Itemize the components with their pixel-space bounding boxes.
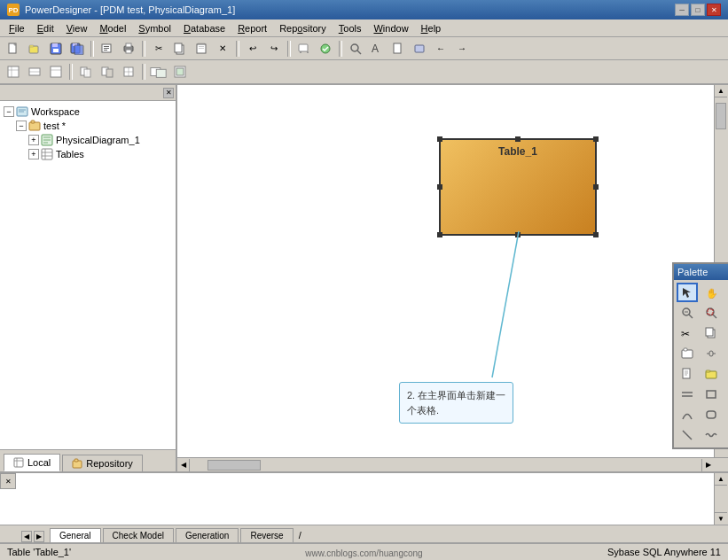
palette-doc[interactable] xyxy=(677,364,698,384)
handle-mr[interactable] xyxy=(593,184,599,190)
handle-ml[interactable] xyxy=(437,184,442,190)
palette-folder[interactable] xyxy=(701,364,722,384)
toolbar2-btn8[interactable] xyxy=(170,63,190,81)
test-expander[interactable]: − xyxy=(16,121,27,131)
panel-close-button[interactable]: ✕ xyxy=(163,88,174,98)
menu-window[interactable]: Window xyxy=(368,21,413,35)
canvas-area[interactable]: ▲ ▼ ◀ ▶ Table_1 xyxy=(177,85,728,471)
v-scroll-thumb[interactable] xyxy=(716,103,726,129)
bottom-scroll-down[interactable]: ▼ xyxy=(715,512,727,525)
toolbar-b4[interactable]: → xyxy=(452,40,472,58)
window-controls[interactable]: ─ □ ✕ xyxy=(675,4,721,16)
menu-file[interactable]: File xyxy=(4,21,30,35)
toolbar-b1[interactable] xyxy=(388,40,408,58)
toolbar2-btn4[interactable] xyxy=(76,63,96,81)
palette-zoom-region[interactable] xyxy=(701,303,722,323)
scroll-up-btn[interactable]: ▲ xyxy=(715,85,727,97)
toolbar2-btn1[interactable] xyxy=(4,63,23,81)
tree-tables[interactable]: + Tables xyxy=(28,147,172,161)
toolbar2-btn2[interactable] xyxy=(25,63,44,81)
toolbar-redo[interactable]: ↪ xyxy=(264,40,284,58)
toolbar-open[interactable] xyxy=(25,40,44,58)
toolbar-cut[interactable]: ✂ xyxy=(149,40,168,58)
handle-bm[interactable] xyxy=(515,232,521,237)
palette-diag-line[interactable] xyxy=(724,385,728,404)
palette-zoom-out[interactable] xyxy=(677,303,698,323)
menu-repository[interactable]: Repository xyxy=(274,21,332,35)
palette-settings2[interactable] xyxy=(724,344,728,363)
menu-help[interactable]: Help xyxy=(416,21,447,35)
tab-repository[interactable]: Repository xyxy=(62,455,143,471)
toolbar-b3[interactable]: ← xyxy=(431,40,450,58)
menu-report[interactable]: Report xyxy=(232,21,272,35)
menu-database[interactable]: Database xyxy=(178,21,231,35)
close-button[interactable]: ✕ xyxy=(707,4,721,16)
pd-expander[interactable]: + xyxy=(28,135,39,145)
menu-view[interactable]: View xyxy=(61,21,93,35)
tree-physdiagram[interactable]: + PhysicalDiagram_1 xyxy=(28,133,172,147)
palette-rounded-rect[interactable] xyxy=(701,405,722,424)
toolbar-b2[interactable] xyxy=(410,40,429,58)
tab-prev[interactable]: ◀ xyxy=(21,531,32,542)
palette-star[interactable] xyxy=(724,425,728,445)
tab-reverse[interactable]: Reverse xyxy=(240,528,293,542)
table-shape[interactable]: Table_1 xyxy=(439,138,597,236)
toolbar-check[interactable] xyxy=(316,40,335,58)
palette-arrow-diag[interactable] xyxy=(724,364,728,384)
output-area[interactable] xyxy=(18,473,728,525)
palette-line[interactable] xyxy=(677,425,698,445)
toolbar-refresh[interactable] xyxy=(294,40,314,58)
toolbar-save[interactable] xyxy=(46,40,66,58)
palette-rect[interactable] xyxy=(701,385,722,404)
h-scroll-thumb[interactable] xyxy=(207,460,261,471)
palette-pointer[interactable] xyxy=(677,283,698,302)
palette-wave[interactable] xyxy=(701,425,722,445)
bottom-scroll-up[interactable]: ▲ xyxy=(715,473,727,486)
toolbar-new[interactable] xyxy=(4,40,23,58)
handle-tr[interactable] xyxy=(593,136,599,142)
toolbar-delete[interactable]: ✕ xyxy=(213,40,232,58)
toolbar-undo[interactable]: ↩ xyxy=(243,40,262,58)
palette-arc[interactable] xyxy=(677,405,698,424)
toolbar-paste[interactable] xyxy=(192,40,211,58)
scroll-right-btn[interactable]: ▶ xyxy=(701,459,714,471)
palette-link[interactable] xyxy=(701,344,722,363)
menu-symbol[interactable]: Symbol xyxy=(133,21,176,35)
palette-gear[interactable] xyxy=(724,323,728,343)
minimize-button[interactable]: ─ xyxy=(675,4,689,16)
palette-cut[interactable]: ✂ xyxy=(677,323,698,343)
canvas-h-scrollbar[interactable]: ◀ ▶ xyxy=(177,457,728,471)
palette-hand[interactable]: ✋ xyxy=(701,283,722,302)
toolbar-print-preview[interactable] xyxy=(98,40,117,58)
menu-edit[interactable]: Edit xyxy=(32,21,59,35)
tree-workspace[interactable]: − Workspace xyxy=(4,105,172,119)
palette-copy2[interactable] xyxy=(701,323,722,343)
restore-button[interactable]: □ xyxy=(691,4,705,16)
scroll-left-btn[interactable]: ◀ xyxy=(177,459,190,471)
tables-expander[interactable]: + xyxy=(28,149,39,159)
menu-tools[interactable]: Tools xyxy=(333,21,367,35)
toolbar2-btn6[interactable] xyxy=(119,63,138,81)
workspace-expander[interactable]: − xyxy=(4,106,14,117)
palette-ellipse[interactable] xyxy=(724,405,728,424)
tab-more[interactable]: / xyxy=(295,528,305,542)
tab-general[interactable]: General xyxy=(50,528,101,542)
toolbar-impact[interactable]: A xyxy=(367,40,387,58)
menu-model[interactable]: Model xyxy=(94,21,131,35)
toolbar-copy[interactable] xyxy=(170,40,190,58)
handle-br[interactable] xyxy=(593,232,599,237)
toolbar2-btn7[interactable] xyxy=(149,63,168,81)
toolbar2-btn3[interactable] xyxy=(46,63,66,81)
palette-table-btn[interactable] xyxy=(724,303,728,323)
palette-zoom-in[interactable] xyxy=(724,283,728,302)
bottom-panel-close[interactable]: ✕ xyxy=(0,473,16,489)
handle-tl[interactable] xyxy=(437,136,442,142)
handle-tm[interactable] xyxy=(515,136,521,142)
tab-check-model[interactable]: Check Model xyxy=(103,528,174,542)
palette-box[interactable] xyxy=(677,344,698,363)
toolbar-find[interactable] xyxy=(346,40,365,58)
toolbar-saveall[interactable] xyxy=(67,40,87,58)
tree-test[interactable]: − test * xyxy=(16,119,172,133)
tab-local[interactable]: Local xyxy=(4,454,60,471)
toolbar2-btn5[interactable] xyxy=(98,63,117,81)
